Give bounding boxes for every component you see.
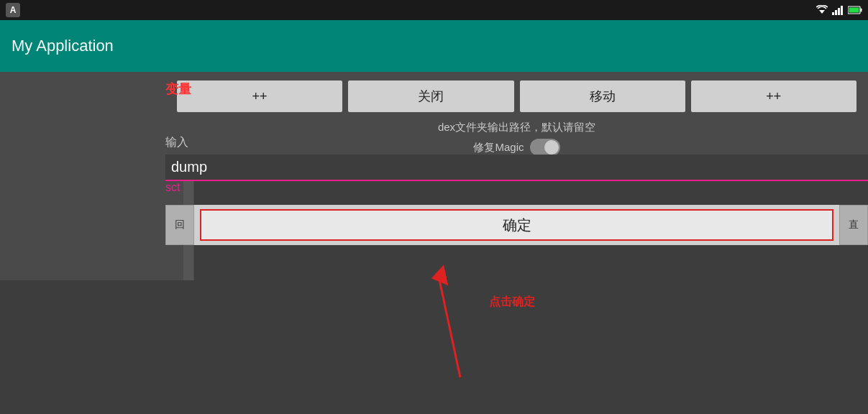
svg-rect-2 xyxy=(835,10,837,15)
increment-left-button[interactable]: ++ xyxy=(177,80,342,112)
annotation-text: 点击确定 xyxy=(489,295,535,310)
svg-rect-3 xyxy=(838,8,840,15)
svg-rect-1 xyxy=(832,12,834,15)
app-icon-small: A xyxy=(6,3,20,17)
sct-label: sct xyxy=(165,181,180,194)
app-title: My Application xyxy=(12,37,114,55)
magic-toggle[interactable] xyxy=(530,139,560,156)
hint-text: dex文件夹输出路径，默认请留空 xyxy=(177,121,856,134)
buttons-row: ++ 关闭 移动 ++ xyxy=(177,80,856,112)
confirm-button[interactable]: 确定 xyxy=(200,209,833,241)
close-button[interactable]: 关闭 xyxy=(348,80,513,112)
confirm-row: 回 确定 直 xyxy=(165,205,868,245)
status-bar: A xyxy=(0,0,868,20)
input-section: dump xyxy=(165,155,868,181)
input-value: dump xyxy=(171,159,207,175)
svg-rect-4 xyxy=(841,6,843,15)
right-strip-button[interactable]: 直 xyxy=(839,205,868,245)
increment-right-button[interactable]: ++ xyxy=(691,80,856,112)
svg-rect-6 xyxy=(861,9,862,12)
toggle-row: 修复Magic xyxy=(177,139,856,156)
svg-marker-0 xyxy=(819,10,825,14)
battery-icon xyxy=(848,6,862,14)
input-field-container: dump xyxy=(165,155,868,181)
left-strip-button[interactable]: 回 xyxy=(165,205,194,245)
partial-input-label: 输入 xyxy=(165,135,188,150)
main-content: 变量 ++ 关闭 移动 ++ dex文件夹输出路径，默认请留空 修复Magic … xyxy=(0,72,868,414)
wifi-icon xyxy=(816,5,828,15)
svg-rect-7 xyxy=(849,8,859,13)
signal-icon xyxy=(832,5,844,15)
app-bar: My Application xyxy=(0,20,868,72)
toggle-label: 修复Magic xyxy=(473,141,524,155)
svg-line-9 xyxy=(439,277,460,377)
move-button[interactable]: 移动 xyxy=(520,80,685,112)
status-bar-right xyxy=(816,5,862,15)
status-bar-left: A xyxy=(6,3,20,17)
annotation-arrow xyxy=(388,248,518,392)
partial-label-top: 变量 xyxy=(165,80,191,98)
